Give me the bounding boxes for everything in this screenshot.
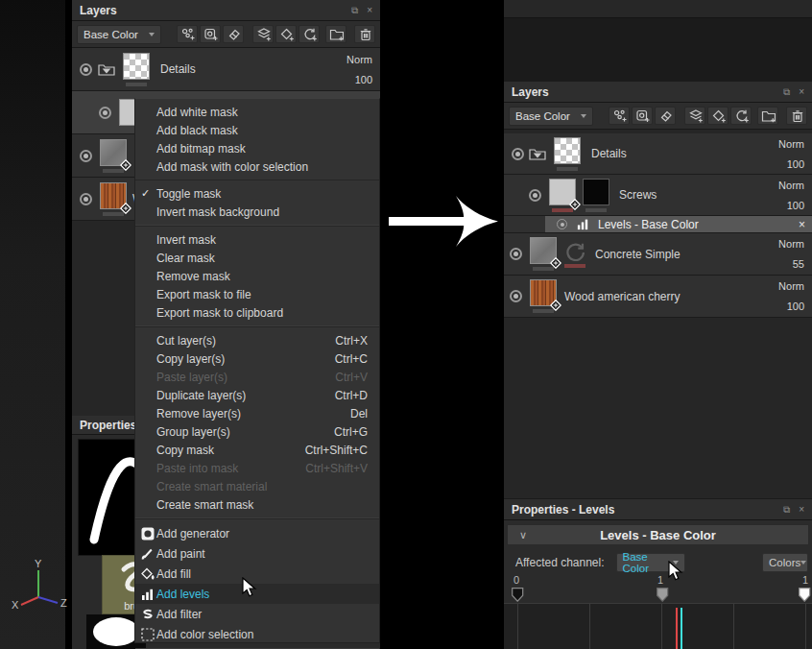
add-effect-button[interactable] bbox=[609, 107, 630, 125]
float-panel-icon[interactable]: ⧉ bbox=[783, 87, 790, 97]
menu-item-add-filter[interactable]: Add filter bbox=[135, 604, 379, 624]
viewport-3d[interactable]: Y X Z bbox=[0, 0, 65, 649]
menu-item-cut-layers[interactable]: Cut layer(s)Ctrl+X bbox=[135, 331, 379, 349]
menu-item-add-fill[interactable]: Add fill bbox=[135, 564, 379, 584]
histogram-cyan-marker bbox=[681, 608, 682, 649]
generator-icon bbox=[140, 526, 155, 541]
remove-effect-icon[interactable]: × bbox=[799, 218, 805, 231]
levels-histogram[interactable] bbox=[504, 603, 812, 649]
fill-layer-icon bbox=[711, 108, 726, 123]
close-panel-icon[interactable]: × bbox=[799, 87, 804, 97]
visibility-toggle[interactable] bbox=[80, 193, 92, 205]
menu-item-add-black-mask[interactable]: Add black mask bbox=[135, 121, 379, 139]
menu-item-invert-mask-background[interactable]: Invert mask background bbox=[135, 203, 379, 221]
folder-add-icon bbox=[761, 108, 776, 123]
float-panel-icon[interactable]: ⧉ bbox=[351, 6, 358, 15]
eraser-button[interactable] bbox=[223, 25, 244, 43]
menu-item-create-smart-mask[interactable]: Create smart mask bbox=[135, 495, 379, 514]
channel-dropdown[interactable]: Base Color bbox=[509, 107, 593, 126]
visibility-toggle[interactable] bbox=[512, 148, 524, 160]
layer-opacity[interactable]: 100 bbox=[787, 200, 804, 211]
add-fill-layer-button[interactable] bbox=[275, 25, 297, 43]
colors-dropdown[interactable]: Colors bbox=[762, 553, 808, 572]
delete-layer-button[interactable] bbox=[354, 25, 375, 43]
low-slider-handle[interactable] bbox=[512, 588, 524, 602]
menu-item-clear-mask[interactable]: Clear mask bbox=[135, 249, 379, 267]
menu-item-remove-mask[interactable]: Remove mask bbox=[135, 267, 379, 285]
add-paint-layer-button[interactable] bbox=[632, 107, 653, 125]
visibility-toggle[interactable] bbox=[529, 189, 541, 202]
eraser-button[interactable] bbox=[655, 107, 676, 125]
right-layers-panel: Layers ⧉ × Base Color bbox=[504, 82, 812, 498]
layer-name: Wood american cherry bbox=[564, 290, 681, 303]
application-window: Y X Z Layers ⧉ × Base Color bbox=[0, 0, 812, 649]
menu-item-invert-mask[interactable]: Invert mask bbox=[135, 230, 379, 249]
layer-row-details[interactable]: Details Norm 100 bbox=[72, 48, 380, 91]
menu-item-export-mask-file[interactable]: Export mask to file bbox=[135, 285, 379, 303]
layer-opacity[interactable]: 100 bbox=[355, 74, 372, 85]
blend-mode[interactable]: Norm bbox=[346, 54, 372, 65]
add-fill-layer-button[interactable] bbox=[707, 107, 728, 125]
blend-mode[interactable]: Norm bbox=[778, 180, 804, 191]
layer-thumbnail[interactable] bbox=[554, 137, 581, 164]
add-paint-layer-button[interactable] bbox=[200, 25, 221, 43]
blend-mode[interactable]: Norm bbox=[778, 280, 804, 292]
menu-item-label: Remove layer(s) bbox=[156, 407, 241, 421]
add-adjustment-button[interactable] bbox=[299, 25, 320, 43]
menu-item-add-color-selection[interactable]: Add color selection bbox=[135, 624, 379, 644]
mask-indicator-bar bbox=[585, 208, 607, 212]
add-effect-button[interactable] bbox=[177, 25, 198, 43]
menu-item-duplicate-layers[interactable]: Duplicate layer(s)Ctrl+D bbox=[135, 386, 379, 404]
menu-item-copy-mask[interactable]: Copy maskCtrl+Shift+C bbox=[135, 441, 379, 459]
blend-mode[interactable]: Norm bbox=[778, 138, 804, 150]
effect-row-levels[interactable]: Levels - Base Color × bbox=[504, 216, 812, 233]
menu-item-add-white-mask[interactable]: Add white mask bbox=[135, 103, 379, 121]
mouse-cursor bbox=[668, 561, 683, 582]
add-folder-button[interactable] bbox=[325, 25, 346, 43]
layer-opacity[interactable]: 100 bbox=[787, 300, 804, 312]
menu-item-add-levels[interactable]: Add levels bbox=[135, 584, 379, 604]
visibility-toggle[interactable] bbox=[80, 150, 92, 162]
menu-item-remove-layers[interactable]: Remove layer(s)Del bbox=[135, 404, 379, 422]
menu-item-add-paint[interactable]: Add paint bbox=[135, 543, 379, 564]
add-smart-material-button[interactable] bbox=[252, 25, 274, 43]
close-panel-icon[interactable]: × bbox=[367, 6, 372, 15]
add-adjustment-button[interactable] bbox=[730, 107, 752, 125]
menu-item-label: Paste layer(s) bbox=[156, 371, 227, 384]
menu-item-group-layers[interactable]: Group layer(s)Ctrl+G bbox=[135, 422, 379, 441]
levels-section-header[interactable]: Levels - Base Color ∨ bbox=[507, 524, 809, 545]
delete-layer-button[interactable] bbox=[786, 107, 807, 125]
visibility-toggle[interactable] bbox=[80, 63, 92, 76]
menu-item-paste-layers: Paste layer(s)Ctrl+V bbox=[135, 368, 379, 386]
menu-item-add-bitmap-mask[interactable]: Add bitmap mask bbox=[135, 139, 379, 157]
layer-row-concrete[interactable]: Concrete Simple Norm 55 bbox=[504, 233, 812, 276]
channel-dropdown[interactable]: Base Color bbox=[77, 25, 161, 44]
eraser-icon bbox=[658, 108, 673, 123]
visibility-toggle[interactable] bbox=[557, 219, 567, 229]
menu-item-export-mask-clipboard[interactable]: Export mask to clipboard bbox=[135, 303, 379, 322]
layer-thumbnail[interactable] bbox=[123, 53, 150, 80]
close-panel-icon[interactable]: × bbox=[799, 505, 804, 515]
float-panel-icon[interactable]: ⧉ bbox=[783, 505, 790, 515]
right-layer-list: Details Norm 100 bbox=[504, 130, 812, 498]
high-slider-handle[interactable] bbox=[799, 588, 811, 602]
layer-row-details[interactable]: Details Norm 100 bbox=[504, 133, 812, 175]
blend-mode[interactable]: Norm bbox=[778, 238, 804, 250]
add-folder-button[interactable] bbox=[757, 107, 778, 125]
mask-thumbnail[interactable] bbox=[583, 179, 609, 205]
mid-slider-handle[interactable] bbox=[657, 588, 669, 602]
add-smart-material-button[interactable] bbox=[684, 107, 705, 125]
visibility-toggle[interactable] bbox=[99, 107, 111, 119]
visibility-toggle[interactable] bbox=[510, 248, 522, 260]
menu-item-add-mask-color-selection[interactable]: Add mask with color selection bbox=[135, 157, 379, 176]
layer-opacity[interactable]: 100 bbox=[787, 158, 804, 170]
menu-item-copy-layers[interactable]: Copy layer(s)Ctrl+C bbox=[135, 349, 379, 368]
layer-row-screws[interactable]: Screws Norm 100 bbox=[504, 175, 812, 216]
add-effect-icon bbox=[180, 27, 195, 41]
menu-item-add-generator[interactable]: Add generator bbox=[135, 523, 379, 543]
layer-opacity[interactable]: 55 bbox=[793, 258, 804, 270]
menu-item-label: Paste into mask bbox=[156, 462, 238, 475]
visibility-toggle[interactable] bbox=[510, 290, 522, 302]
menu-item-toggle-mask[interactable]: ✓ Toggle mask bbox=[135, 184, 379, 203]
layer-row-wood[interactable]: Wood american cherry Norm 100 bbox=[504, 276, 812, 318]
